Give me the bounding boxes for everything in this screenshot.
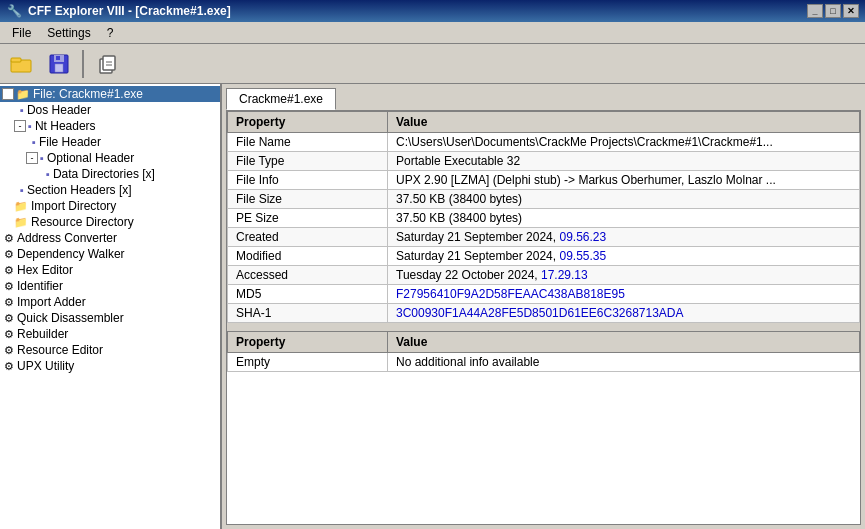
prop-cell: File Info [228,171,388,190]
prop-cell: Accessed [228,266,388,285]
content-area: Property Value File Name C:\Users\User\D… [226,110,861,525]
tree-label: Address Converter [17,231,117,245]
menu-help[interactable]: ? [99,24,122,42]
prop-cell: Empty [228,353,388,372]
tree-expand-nt[interactable]: - [14,120,26,132]
minimize-button[interactable]: _ [807,4,823,18]
title-controls: _ □ ✕ [807,4,859,18]
tree-label: Resource Directory [31,215,134,229]
close-button[interactable]: ✕ [843,4,859,18]
node-icon: ▪ [40,152,44,164]
tab-bar: Crackme#1.exe [222,84,865,110]
tree-dos-header[interactable]: ▪ Dos Header [0,102,220,118]
tree-quick-disassembler[interactable]: ⚙ Quick Disassembler [0,310,220,326]
tree-hex-editor[interactable]: ⚙ Hex Editor [0,262,220,278]
tree-import-adder[interactable]: ⚙ Import Adder [0,294,220,310]
col-property2: Property [228,332,388,353]
tool-icon: ⚙ [4,328,14,341]
main-table-section: Property Value File Name C:\Users\User\D… [227,111,860,323]
table-row: File Info UPX 2.90 [LZMA] (Delphi stub) … [228,171,860,190]
prop-cell: Created [228,228,388,247]
table-row: File Size 37.50 KB (38400 bytes) [228,190,860,209]
table-row: PE Size 37.50 KB (38400 bytes) [228,209,860,228]
table-row: Accessed Tuesday 22 October 2024, 17.29.… [228,266,860,285]
svg-rect-2 [11,58,21,62]
svg-rect-6 [56,56,60,60]
node-icon: ▪ [20,184,24,196]
node-icon: ▪ [46,168,50,180]
tool-icon: ⚙ [4,280,14,293]
tree-root[interactable]: - 📁 File: Crackme#1.exe [0,86,220,102]
table-row: Empty No additional info available [228,353,860,372]
tool-icon: ⚙ [4,232,14,245]
col-property: Property [228,112,388,133]
tree-expand-root[interactable]: - [2,88,14,100]
tree-root-label: File: Crackme#1.exe [33,87,143,101]
prop-cell: File Name [228,133,388,152]
tree-address-converter[interactable]: ⚙ Address Converter [0,230,220,246]
copy-button[interactable] [90,47,124,81]
tree-dependency-walker[interactable]: ⚙ Dependency Walker [0,246,220,262]
val-prefix: Saturday 21 September 2024, [396,230,559,244]
col-value2: Value [388,332,860,353]
tree-optional-header[interactable]: - ▪ Optional Header [0,150,220,166]
tree-label: Rebuilder [17,327,68,341]
prop-cell: File Type [228,152,388,171]
tree-section-headers[interactable]: ▪ Section Headers [x] [0,182,220,198]
val-cell: Portable Executable 32 [388,152,860,171]
maximize-button[interactable]: □ [825,4,841,18]
open-button[interactable] [4,47,38,81]
tree-label: Import Directory [31,199,116,213]
tree-panel: - 📁 File: Crackme#1.exe ▪ Dos Header - ▪… [0,84,222,529]
tool-icon: ⚙ [4,264,14,277]
val-prefix: Tuesday 22 October 2024, [396,268,541,282]
main-layout: - 📁 File: Crackme#1.exe ▪ Dos Header - ▪… [0,84,865,529]
tree-label: Data Directories [x] [53,167,155,181]
prop-cell: File Size [228,190,388,209]
app-icon: 🔧 [6,3,22,19]
prop-cell: MD5 [228,285,388,304]
folder-icon: 📁 [16,88,30,101]
tool-icon: ⚙ [4,248,14,261]
toolbar [0,44,865,84]
tool-icon: ⚙ [4,344,14,357]
val-cell: No additional info available [388,353,860,372]
menu-settings[interactable]: Settings [39,24,98,42]
tree-rebuilder[interactable]: ⚙ Rebuilder [0,326,220,342]
tree-upx-utility[interactable]: ⚙ UPX Utility [0,358,220,374]
node-icon: ▪ [20,104,24,116]
tree-data-directories[interactable]: ▪ Data Directories [x] [0,166,220,182]
val-highlight: 09.55.35 [559,249,606,263]
val-cell: 3C00930F1A44A28FE5D8501D61EE6C3268713ADA [388,304,860,323]
tree-nt-headers[interactable]: - ▪ Nt Headers [0,118,220,134]
menu-bar: File Settings ? [0,22,865,44]
tool-icon: ⚙ [4,296,14,309]
tree-label: UPX Utility [17,359,74,373]
tree-import-directory[interactable]: 📁 Import Directory [0,198,220,214]
val-cell: C:\Users\User\Documents\CrackMe Projects… [388,133,860,152]
tree-label: Optional Header [47,151,134,165]
prop-cell: SHA-1 [228,304,388,323]
svg-rect-5 [55,64,63,72]
tool-icon: ⚙ [4,360,14,373]
folder-icon: 📁 [14,200,28,213]
tree-label: Quick Disassembler [17,311,124,325]
tree-resource-directory[interactable]: 📁 Resource Directory [0,214,220,230]
col-value: Value [388,112,860,133]
tree-resource-editor[interactable]: ⚙ Resource Editor [0,342,220,358]
table-row: Created Saturday 21 September 2024, 09.5… [228,228,860,247]
tab-crackme[interactable]: Crackme#1.exe [226,88,336,110]
val-cell: F27956410F9A2D58FEAAC438AB818E95 [388,285,860,304]
tool-icon: ⚙ [4,312,14,325]
val-cell: Tuesday 22 October 2024, 17.29.13 [388,266,860,285]
prop-cell: PE Size [228,209,388,228]
val-highlight: 17.29.13 [541,268,588,282]
save-button[interactable] [42,47,76,81]
tree-identifier[interactable]: ⚙ Identifier [0,278,220,294]
tree-file-header[interactable]: ▪ File Header [0,134,220,150]
table-row: Modified Saturday 21 September 2024, 09.… [228,247,860,266]
menu-file[interactable]: File [4,24,39,42]
tree-label: Resource Editor [17,343,103,357]
svg-rect-8 [103,56,115,70]
tree-expand-optional[interactable]: - [26,152,38,164]
